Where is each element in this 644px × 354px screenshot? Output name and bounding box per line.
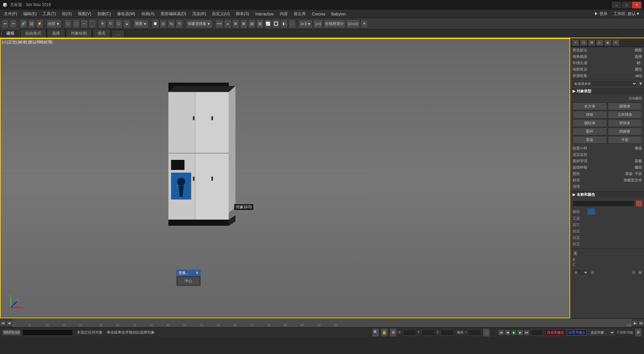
tab-fill[interactable]: 填充	[93, 29, 111, 38]
dialog-title-bar[interactable]: 变换... ✕	[176, 270, 201, 276]
side-row-material[interactable]: 素材管理 装载	[573, 158, 642, 164]
snap-percent-button[interactable]: %	[168, 19, 175, 28]
coord-x-input[interactable]: 0.34	[403, 329, 416, 336]
view-dropdown[interactable]: 视图 ▼	[133, 19, 149, 28]
side-row-batch[interactable]: 批量小样 堆垛	[573, 145, 642, 151]
play-prev[interactable]: ◀	[504, 329, 511, 336]
obj-type-box[interactable]: 长方体	[573, 102, 607, 110]
menu-corona[interactable]: Corona	[309, 10, 328, 18]
side-row-render2[interactable]: 清理	[573, 183, 642, 190]
tab-more[interactable]: ...	[111, 30, 125, 38]
menu-edit[interactable]: 编辑(E)	[20, 10, 39, 18]
script-input[interactable]	[22, 329, 73, 336]
panel-tab-display[interactable]: ◈	[604, 39, 611, 46]
side-row-5[interactable]: 资源收集 MIS	[571, 73, 644, 79]
tile-dropdown[interactable]: 10×10	[346, 19, 360, 28]
dialog-close-icon[interactable]: ✕	[196, 271, 199, 275]
btn-a[interactable]: A	[573, 250, 578, 257]
obj-type-geosphere[interactable]: 几何球体	[608, 111, 642, 119]
set-keyframe-button[interactable]: 设置关键点	[567, 329, 587, 336]
material-dropdown[interactable]: 柱钮材质分	[324, 19, 345, 28]
obj-type-torus[interactable]: 圆环	[573, 128, 607, 135]
obj-type-cylinder[interactable]: 圆柱体	[573, 119, 607, 127]
menu-login[interactable]: ▶ 登录	[592, 10, 610, 18]
settings-button[interactable]: ⚙	[635, 328, 642, 337]
mirror-button[interactable]: ⟺	[215, 19, 223, 28]
left-arrow-button[interactable]: <	[590, 270, 595, 275]
panel-tab-utilities[interactable]: ≡	[612, 39, 620, 46]
obj-type-tube[interactable]: 管状体	[608, 119, 642, 127]
timeline-next-frame-button[interactable]: ▶	[632, 320, 638, 326]
side-row-super[interactable]: 超级种植 撤回	[573, 164, 642, 171]
timeline-start-button[interactable]: ⏮	[0, 320, 6, 326]
standard-dropdown[interactable]: 标准基本件	[572, 80, 637, 87]
menu-tools[interactable]: 工具(T)	[40, 10, 58, 18]
render-setup-button[interactable]: 🎥	[288, 19, 296, 28]
menu-render[interactable]: 渲染(R)	[190, 10, 209, 18]
side-row-material2[interactable]: 材质 加晓型文本	[573, 177, 642, 183]
menu-graph-editor[interactable]: 图形编辑器(D)	[158, 10, 189, 18]
extras-button[interactable]: ☀	[361, 19, 368, 28]
play-first-frame[interactable]: ⏮	[498, 329, 504, 336]
color-swatch-red[interactable]	[636, 201, 642, 207]
link-button[interactable]: 🔗	[20, 19, 27, 28]
side-row-1[interactable]: 再造拔出 视图	[571, 47, 644, 53]
color-swatch-blue[interactable]	[588, 209, 595, 215]
play-last-frame[interactable]: ⏭	[524, 329, 530, 336]
panel-tab-motion[interactable]: ▷	[596, 39, 603, 46]
table3-button[interactable]: ▤	[248, 19, 256, 28]
name-field[interactable]	[573, 201, 635, 207]
menu-babylon[interactable]: Babylon	[328, 10, 348, 18]
redo-button[interactable]: ↪	[9, 19, 17, 28]
tab-selection[interactable]: 选择	[47, 29, 65, 38]
table1-button[interactable]: ⊞	[232, 19, 239, 28]
menu-group[interactable]: 组(G)	[59, 10, 74, 18]
panel-tab-hierarchy[interactable]: ⚙	[588, 39, 595, 46]
menu-animation[interactable]: 动画(A)	[139, 10, 157, 18]
menu-modifier[interactable]: 修改器(M)	[114, 10, 138, 18]
select-region-button[interactable]: ⬚	[72, 19, 80, 28]
obj-type-teapot[interactable]: 茶壶	[573, 136, 607, 144]
timeline-end-button[interactable]: ⏭	[638, 320, 644, 326]
tab-freeform[interactable]: 自由形式	[20, 29, 46, 38]
unlink-button[interactable]: ⛓	[28, 19, 35, 28]
menu-create[interactable]: 创建(C)	[95, 10, 114, 18]
snap-button[interactable]: 🔲	[152, 19, 159, 28]
grid-dropdown[interactable]: 3×3 ▼	[299, 19, 313, 28]
named-selection-dropdown[interactable]: 创建选择集 ▼	[186, 19, 212, 28]
obj-type-sphere[interactable]: 球体	[573, 111, 607, 119]
select-filter-dropdown[interactable]: 全部 ▼	[46, 19, 61, 28]
align-button[interactable]: ≡	[224, 19, 231, 28]
select-button[interactable]: ◻	[64, 19, 72, 28]
water-dropdown[interactable]: 水	[572, 269, 589, 275]
maxscript-button[interactable]: MAXScript	[2, 329, 21, 336]
x-close-button[interactable]: ✕	[637, 270, 643, 275]
side-row-render[interactable]: 渲染染程	[573, 151, 642, 158]
grid-toggle-btn[interactable]: ⬚	[483, 328, 490, 337]
viewport-lock-btn[interactable]: 🔒	[381, 328, 388, 337]
panel-tab-modify[interactable]: ⬡	[580, 39, 587, 46]
undo-button[interactable]: ↩	[1, 19, 9, 28]
coord-z-input[interactable]: 0.0	[441, 329, 454, 336]
select-filter-btn2[interactable]: ⬛	[89, 19, 96, 28]
timeline-track[interactable]: 0 5 10 15 20 25 30 35 40 45 50 55 60 65 …	[12, 319, 632, 327]
menu-interactive[interactable]: Interactive	[253, 10, 276, 18]
obj-type-plane[interactable]: 平面	[608, 136, 642, 144]
obj-type-cone[interactable]: 圆锥体	[608, 102, 642, 110]
tab-object-paint[interactable]: 对象绘制	[66, 29, 92, 38]
menu-script[interactable]: 脚本(S)	[233, 10, 252, 18]
rotate-button[interactable]: ↻	[107, 19, 114, 28]
material-editor-button[interactable]: ◐	[280, 19, 288, 28]
auto-keyframe-button[interactable]: 自动关键点	[545, 329, 566, 336]
menu-cloud[interactable]: 留云库	[291, 10, 309, 18]
table2-button[interactable]: ⊠	[240, 19, 248, 28]
schematic-view-button[interactable]: 🔳	[272, 19, 280, 28]
menu-view[interactable]: 视图(V)	[75, 10, 94, 18]
side-row-2[interactable]: 视角截面 选择	[571, 53, 644, 60]
maximize-button[interactable]: □	[622, 2, 631, 8]
grid-input[interactable]: 10.0	[468, 329, 481, 336]
filter-dropdown[interactable]: 选定对象	[588, 329, 615, 336]
snap-spinner-button[interactable]: ⟲	[176, 19, 183, 28]
scale-button[interactable]: ⬠	[115, 19, 122, 28]
play-fwd[interactable]: ▶	[511, 329, 517, 336]
